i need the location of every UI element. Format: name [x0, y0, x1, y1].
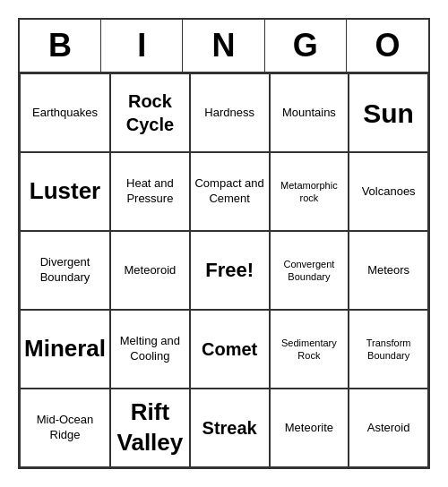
bingo-card: BINGO EarthquakesRock CycleHardnessMount…	[18, 18, 430, 469]
bingo-cell: Rift Valley	[110, 389, 190, 467]
bingo-cell: Streak	[190, 389, 270, 467]
bingo-cell: Divergent Boundary	[20, 231, 110, 310]
header-letter: B	[20, 20, 101, 72]
bingo-cell: Compact and Cement	[190, 152, 270, 231]
bingo-cell: Meteoroid	[110, 231, 190, 310]
bingo-cell: Mid-Ocean Ridge	[20, 389, 110, 467]
header-letter: G	[265, 20, 347, 72]
bingo-cell: Comet	[190, 310, 270, 389]
bingo-cell: Sedimentary Rock	[270, 310, 349, 389]
bingo-cell: Sun	[349, 73, 428, 152]
bingo-cell: Luster	[20, 152, 110, 231]
bingo-grid: EarthquakesRock CycleHardnessMountainsSu…	[20, 73, 428, 467]
bingo-cell: Metamorphic rock	[270, 152, 349, 231]
bingo-cell: Mountains	[270, 73, 349, 152]
bingo-cell: Convergent Boundary	[270, 231, 349, 310]
bingo-cell: Melting and Cooling	[110, 310, 190, 389]
bingo-cell: Heat and Pressure	[110, 152, 190, 231]
bingo-cell: Mineral	[20, 310, 110, 389]
bingo-cell: Transform Boundary	[349, 310, 428, 389]
bingo-cell: Hardness	[190, 73, 270, 152]
bingo-cell: Volcanoes	[349, 152, 428, 231]
header-letter: O	[347, 20, 428, 72]
bingo-cell: Asteroid	[349, 389, 428, 467]
bingo-cell: Rock Cycle	[110, 73, 190, 152]
bingo-cell: Meteors	[349, 231, 428, 310]
header-letter: N	[183, 20, 264, 72]
bingo-cell: Free!	[190, 231, 270, 310]
bingo-header: BINGO	[20, 20, 428, 73]
header-letter: I	[101, 20, 183, 72]
bingo-cell: Earthquakes	[20, 73, 110, 152]
bingo-cell: Meteorite	[270, 389, 349, 467]
